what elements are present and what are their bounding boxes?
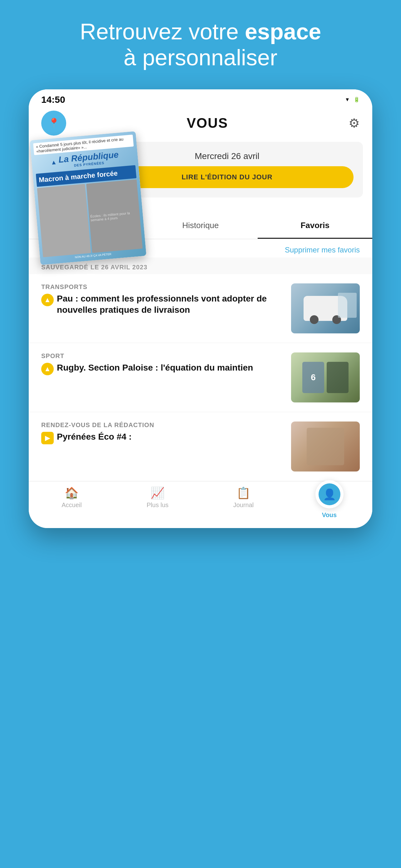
tab-favoris[interactable]: Favoris (258, 213, 372, 239)
journal-icon: 📋 (236, 487, 250, 500)
status-icons: ▼ 🔋 (345, 97, 360, 102)
article-title-row: ▲ Rugby. Section Paloise : l'équation du… (41, 362, 285, 375)
play-icon: ▶ (41, 432, 54, 444)
settings-icon[interactable]: ⚙ (348, 116, 360, 130)
article-content: TRANSPORTS ▲ Pau : comment les professio… (41, 283, 285, 316)
newspaper-card[interactable]: « Condamné 5 jours plus tôt, il récidive… (30, 131, 146, 265)
nav-item-vous[interactable]: 👤 Vous (287, 487, 372, 519)
warning-icon: ▲ (41, 363, 54, 375)
article-title: Pau : comment les professionnels vont ad… (57, 293, 285, 316)
article-content: RENDEZ-VOUS DE LA RÉDACTION ▶ Pyrénées É… (41, 422, 285, 444)
article-category: RENDEZ-VOUS DE LA RÉDACTION (41, 422, 285, 429)
article-thumbnail: 6 (291, 352, 360, 402)
nav-label-vous: Vous (322, 512, 337, 519)
nav-item-plus-lus[interactable]: 📈 Plus lus (114, 487, 201, 519)
article-item[interactable]: TRANSPORTS ▲ Pau : comment les professio… (29, 274, 372, 343)
newspaper-sub-images: Écoles : ils militent pour la semaine à … (37, 179, 143, 257)
page-title: VOUS (187, 115, 228, 131)
nav-item-journal[interactable]: 📋 Journal (201, 487, 287, 519)
nav-label-plus-lus: Plus lus (146, 501, 168, 509)
article-category: TRANSPORTS (41, 283, 285, 290)
vous-avatar: 👤 (319, 484, 340, 505)
article-item[interactable]: RENDEZ-VOUS DE LA RÉDACTION ▶ Pyrénées É… (29, 412, 372, 481)
edition-date: Mercredi 26 avril (101, 151, 354, 161)
bottom-nav: 🏠 Accueil 📈 Plus lus 📋 Journal 👤 Vous (29, 481, 372, 528)
location-icon[interactable]: 📍 (41, 111, 66, 135)
user-icon: 👤 (323, 488, 336, 501)
trending-icon: 📈 (151, 487, 165, 500)
article-thumbnail (291, 422, 360, 471)
home-icon: 🏠 (65, 487, 79, 500)
article-title-row: ▲ Pau : comment les professionnels vont … (41, 293, 285, 316)
article-title-row: ▶ Pyrénées Éco #4 : (41, 431, 285, 444)
wifi-icon: ▼ (345, 97, 350, 102)
hero-title: Retrouvez votre espace à personnaliser (61, 19, 340, 71)
status-time: 14:50 (41, 94, 65, 105)
newspaper-section: « Condamné 5 jours plus tôt, il récidive… (29, 142, 372, 207)
article-title: Pyrénées Éco #4 : (57, 431, 132, 442)
vous-bubble: 👤 (315, 480, 343, 508)
warning-icon: ▲ (41, 294, 54, 306)
article-thumbnail (291, 283, 360, 333)
nav-label-accueil: Accueil (62, 501, 81, 509)
battery-icon: 🔋 (354, 97, 360, 102)
status-bar: 14:50 ▼ 🔋 (29, 89, 372, 107)
tab-historique[interactable]: Historique (143, 213, 258, 239)
nav-item-accueil[interactable]: 🏠 Accueil (29, 487, 114, 519)
article-content: SPORT ▲ Rugby. Section Paloise : l'équat… (41, 352, 285, 375)
article-title: Rugby. Section Paloise : l'équation du m… (57, 362, 253, 373)
phone-frame: 14:50 ▼ 🔋 📍 VOUS ⚙ « Condamné 5 jours pl… (29, 89, 372, 528)
content-area: Supprimer mes favoris SAUVEGARDÉ LE 26 A… (29, 239, 372, 481)
nav-label-journal: Journal (233, 501, 254, 509)
article-category: SPORT (41, 352, 285, 360)
article-item[interactable]: SPORT ▲ Rugby. Section Paloise : l'équat… (29, 343, 372, 412)
